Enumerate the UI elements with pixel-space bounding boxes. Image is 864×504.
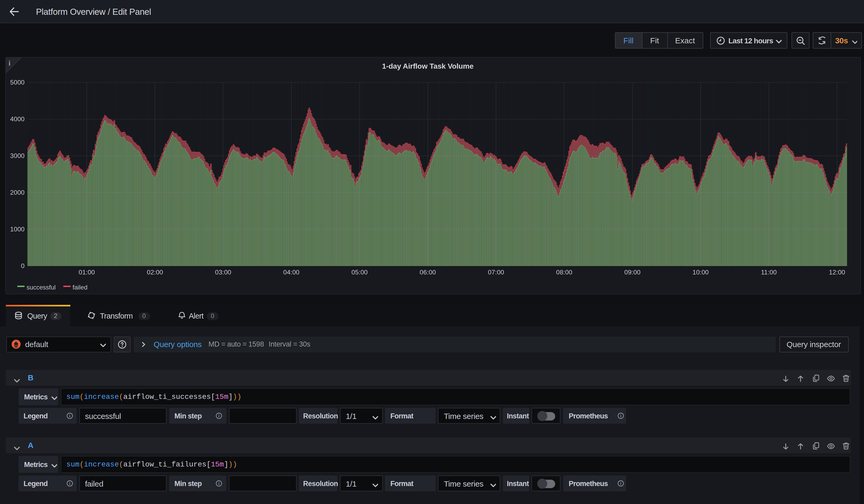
svg-text:03:00: 03:00 [215,269,231,276]
svg-text:01:00: 01:00 [79,269,95,276]
svg-text:07:00: 07:00 [488,269,504,276]
svg-text:08:00: 08:00 [556,269,572,276]
svg-text:10:00: 10:00 [693,269,709,276]
svg-text:02:00: 02:00 [147,269,163,276]
svg-text:2000: 2000 [10,189,25,196]
svg-text:0: 0 [21,262,25,269]
svg-text:failed: failed [72,284,87,291]
svg-text:04:00: 04:00 [283,269,300,276]
svg-text:4000: 4000 [10,115,25,123]
svg-text:09:00: 09:00 [624,269,640,276]
svg-text:06:00: 06:00 [420,269,436,276]
svg-text:successful: successful [26,284,56,291]
svg-text:05:00: 05:00 [351,269,368,276]
svg-text:3000: 3000 [10,152,25,159]
svg-text:12:00: 12:00 [829,269,845,276]
svg-text:11:00: 11:00 [761,269,777,276]
svg-text:1000: 1000 [10,225,25,233]
svg-text:5000: 5000 [10,79,25,86]
